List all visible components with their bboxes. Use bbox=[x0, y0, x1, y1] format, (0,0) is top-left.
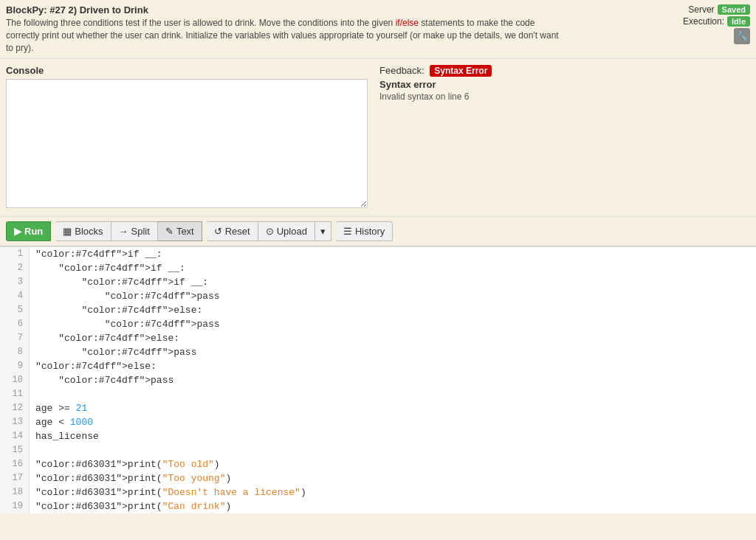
run-button[interactable]: ▶ Run bbox=[6, 221, 51, 241]
feedback-error-title: Syntax error bbox=[379, 79, 750, 90]
line-number: 5 bbox=[0, 303, 30, 317]
feedback-text: Feedback: bbox=[379, 65, 425, 76]
toolbar: ▶ Run ▦ Blocks → Split ✎ Text ↺ Reset ⊙ … bbox=[0, 216, 756, 246]
desc-text-1: The following three conditions test if t… bbox=[6, 18, 396, 28]
table-row: 17"color:#d63031">print("Too young") bbox=[0, 471, 756, 485]
line-number: 15 bbox=[0, 443, 30, 457]
feedback-error-desc: Invalid syntax on line 6 bbox=[379, 91, 750, 102]
text-button[interactable]: ✎ Text bbox=[158, 221, 202, 241]
split-label: Split bbox=[131, 226, 150, 237]
line-number: 14 bbox=[0, 429, 30, 443]
blocks-icon: ▦ bbox=[63, 226, 72, 237]
line-code: "color:#7c4dff">pass bbox=[30, 345, 756, 359]
line-number: 12 bbox=[0, 401, 30, 415]
line-code: has_license bbox=[30, 429, 756, 443]
split-icon: → bbox=[119, 226, 128, 237]
console-section: Console Feedback: Syntax Error Syntax er… bbox=[0, 59, 756, 216]
code-editor[interactable]: 1"color:#7c4dff">if __:2 "color:#7c4dff"… bbox=[0, 246, 756, 513]
table-row: 6 "color:#7c4dff">pass bbox=[0, 317, 756, 331]
server-badge: Saved bbox=[718, 4, 750, 15]
blocks-label: Blocks bbox=[75, 226, 103, 237]
history-icon: ☰ bbox=[343, 226, 352, 237]
upload-dropdown-button[interactable]: ▾ bbox=[315, 221, 331, 241]
line-code: age >= 21 bbox=[30, 401, 756, 415]
feedback-label-row: Feedback: Syntax Error bbox=[379, 65, 750, 76]
run-label: Run bbox=[24, 226, 43, 237]
console-panel: Console bbox=[6, 65, 368, 210]
line-number: 19 bbox=[0, 499, 30, 513]
blocks-button[interactable]: ▦ Blocks bbox=[55, 221, 111, 241]
line-code: "color:#7c4dff">else: bbox=[30, 331, 756, 345]
reset-icon: ↺ bbox=[214, 226, 222, 237]
line-number: 17 bbox=[0, 471, 30, 485]
line-code bbox=[30, 387, 756, 401]
upload-icon: ⊙ bbox=[266, 226, 274, 237]
table-row: 19"color:#d63031">print("Can drink") bbox=[0, 499, 756, 513]
line-code: "color:#7c4dff">if __: bbox=[30, 261, 756, 275]
server-status-panel: Server Saved Execution: Idle 🔧 bbox=[683, 4, 750, 44]
line-code: "color:#7c4dff">else: bbox=[30, 303, 756, 317]
line-number: 16 bbox=[0, 457, 30, 471]
text-label: Text bbox=[176, 226, 194, 237]
exec-row: Execution: Idle bbox=[683, 16, 750, 27]
line-code bbox=[30, 443, 756, 457]
upload-button[interactable]: ⊙ Upload bbox=[258, 221, 315, 241]
pencil-icon: ✎ bbox=[165, 226, 173, 237]
exec-label: Execution: bbox=[683, 16, 724, 27]
desc-code: if/else bbox=[396, 18, 419, 28]
table-row: 7 "color:#7c4dff">else: bbox=[0, 331, 756, 345]
feedback-badge: Syntax Error bbox=[430, 65, 492, 77]
table-row: 16"color:#d63031">print("Too old") bbox=[0, 457, 756, 471]
line-number: 10 bbox=[0, 373, 30, 387]
line-number: 3 bbox=[0, 275, 30, 289]
history-label: History bbox=[355, 226, 385, 237]
split-button[interactable]: → Split bbox=[111, 221, 158, 241]
feedback-panel: Feedback: Syntax Error Syntax error Inva… bbox=[379, 65, 750, 210]
dropdown-icon: ▾ bbox=[320, 226, 326, 237]
table-row: 14has_license bbox=[0, 429, 756, 443]
line-code: "color:#d63031">print("Too old") bbox=[30, 457, 756, 471]
reset-button[interactable]: ↺ Reset bbox=[207, 221, 258, 241]
run-icon: ▶ bbox=[14, 226, 21, 237]
table-row: 13age < 1000 bbox=[0, 415, 756, 429]
line-number: 9 bbox=[0, 359, 30, 373]
line-number: 2 bbox=[0, 261, 30, 275]
line-code: "color:#7c4dff">if __: bbox=[30, 275, 756, 289]
line-code: "color:#7c4dff">else: bbox=[30, 359, 756, 373]
line-code: "color:#d63031">print("Too young") bbox=[30, 471, 756, 485]
line-number: 11 bbox=[0, 387, 30, 401]
line-code: "color:#7c4dff">if __: bbox=[30, 247, 756, 261]
upload-label: Upload bbox=[277, 226, 307, 237]
table-row: 2 "color:#7c4dff">if __: bbox=[0, 261, 756, 275]
server-row: Server Saved bbox=[688, 4, 750, 15]
line-code: age < 1000 bbox=[30, 415, 756, 429]
table-row: 5 "color:#7c4dff">else: bbox=[0, 303, 756, 317]
table-row: 9"color:#7c4dff">else: bbox=[0, 359, 756, 373]
exec-badge: Idle bbox=[727, 16, 750, 27]
table-row: 1"color:#7c4dff">if __: bbox=[0, 247, 756, 261]
line-number: 7 bbox=[0, 331, 30, 345]
table-row: 10 "color:#7c4dff">pass bbox=[0, 373, 756, 387]
page-description: The following three conditions test if t… bbox=[6, 17, 567, 54]
line-number: 8 bbox=[0, 345, 30, 359]
history-button[interactable]: ☰ History bbox=[336, 221, 393, 241]
line-code: "color:#7c4dff">pass bbox=[30, 373, 756, 387]
header-section: BlockPy: #27 2) Driven to Drink The foll… bbox=[0, 0, 756, 59]
table-row: 4 "color:#7c4dff">pass bbox=[0, 289, 756, 303]
table-row: 18"color:#d63031">print("Doesn't have a … bbox=[0, 485, 756, 499]
line-number: 1 bbox=[0, 247, 30, 261]
line-code: "color:#d63031">print("Can drink") bbox=[30, 499, 756, 513]
line-number: 6 bbox=[0, 317, 30, 331]
console-label: Console bbox=[6, 65, 368, 76]
line-number: 13 bbox=[0, 415, 30, 429]
server-label: Server bbox=[688, 4, 714, 15]
table-row: 11 bbox=[0, 387, 756, 401]
console-textarea[interactable] bbox=[6, 79, 368, 208]
table-row: 8 "color:#7c4dff">pass bbox=[0, 345, 756, 359]
line-number: 4 bbox=[0, 289, 30, 303]
line-code: "color:#7c4dff">pass bbox=[30, 289, 756, 303]
page-title: BlockPy: #27 2) Driven to Drink bbox=[6, 4, 750, 15]
line-code: "color:#d63031">print("Doesn't have a li… bbox=[30, 485, 756, 499]
table-row: 3 "color:#7c4dff">if __: bbox=[0, 275, 756, 289]
settings-button[interactable]: 🔧 bbox=[734, 28, 750, 44]
